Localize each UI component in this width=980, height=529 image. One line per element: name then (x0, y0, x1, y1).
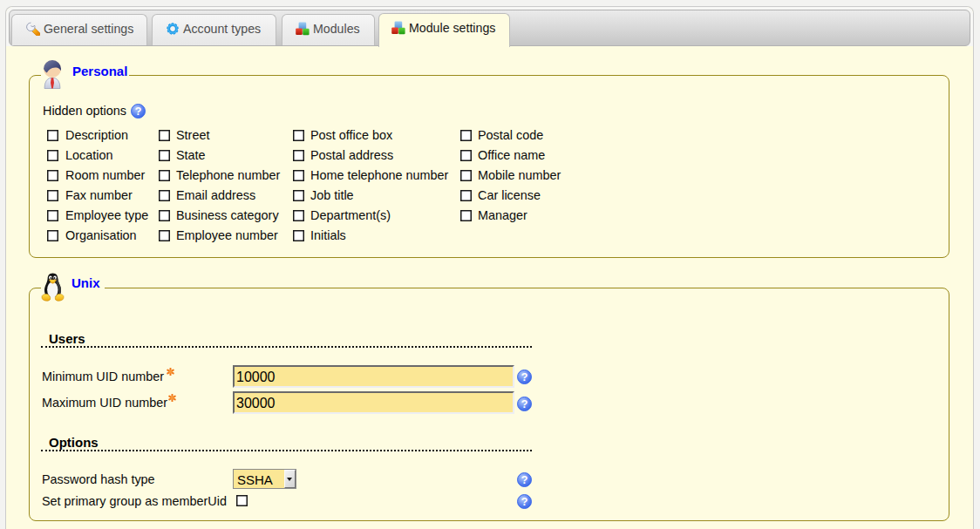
svg-text:?: ? (521, 474, 528, 486)
svg-text:?: ? (135, 105, 142, 118)
svg-text:?: ? (521, 496, 528, 508)
svg-text:?: ? (521, 398, 528, 410)
svg-text:?: ? (521, 371, 528, 383)
